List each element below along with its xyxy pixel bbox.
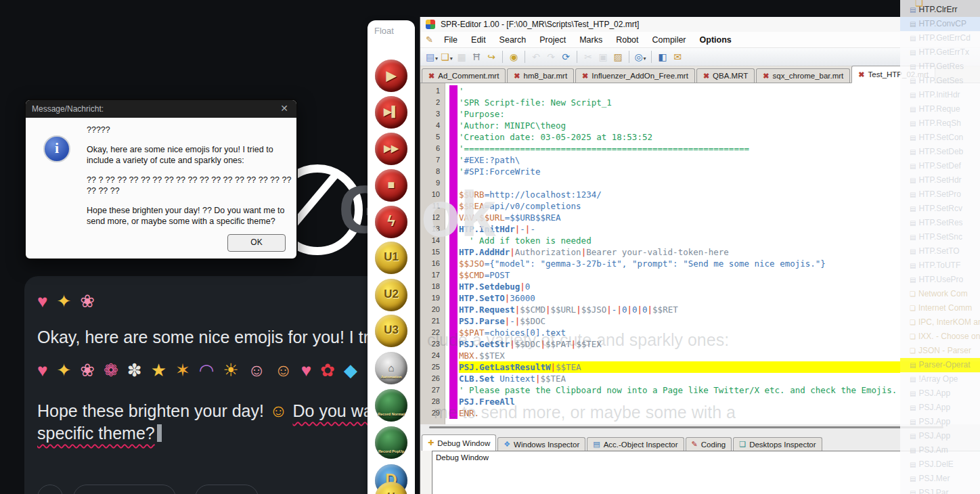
menu-search[interactable]: Search xyxy=(493,34,533,46)
command-item[interactable]: ❏Network Com xyxy=(900,287,980,301)
command-item[interactable]: ▤HTP.SetDef xyxy=(900,159,980,173)
run-button[interactable]: ▶ xyxy=(375,60,407,92)
command-item[interactable]: ▤HTP.Reque xyxy=(900,102,980,116)
command-item[interactable]: ▤HTP.SetRes xyxy=(900,216,980,230)
tab-label: hm8_bar.mrt xyxy=(524,72,568,80)
open-file-icon[interactable]: ❏▾ xyxy=(439,51,454,62)
command-item[interactable]: ▤HTP.SetRcv xyxy=(900,202,980,216)
command-item[interactable]: ▤HTP.ToUTF xyxy=(900,259,980,273)
command-item[interactable]: ❏JSON - Parser xyxy=(900,344,980,358)
command-item[interactable]: ▤HTP.SetCon xyxy=(900,131,980,145)
editor-title-bar[interactable]: SPR-Editor 1.00 - [F:\00_MR\Scripts\Test… xyxy=(420,17,980,32)
command-item[interactable]: ▤HTP.GetErrTx xyxy=(900,45,980,60)
tab-hm8_bar.mrt[interactable]: ✖hm8_bar.mrt xyxy=(507,68,574,83)
command-item[interactable]: ▤HTP.ConvCP xyxy=(900,17,980,31)
float-toolbar: Float ▶▶▌▶▶■ϟU1U2U3⌂AutomationRecord Nor… xyxy=(368,20,415,494)
menu-options[interactable]: Options xyxy=(693,34,738,46)
menu-file[interactable]: File xyxy=(437,34,464,46)
splitter-handle[interactable] xyxy=(429,426,943,428)
refresh-icon[interactable]: ⟳ xyxy=(558,51,573,62)
chat-suggestion-pill-2[interactable] xyxy=(195,485,259,494)
close-tab-icon[interactable]: ✖ xyxy=(582,72,588,81)
tab-Ad_Comment.mrt[interactable]: ✖Ad_Comment.mrt xyxy=(422,68,506,83)
fit-icon[interactable]: Ħ xyxy=(469,51,484,62)
user1-button[interactable]: U1 xyxy=(375,242,407,274)
command-item[interactable]: ▤PSJ.Am xyxy=(900,443,980,457)
chat-action-circle-button[interactable] xyxy=(37,485,63,494)
fire-button[interactable]: ϟ xyxy=(375,206,407,238)
command-item[interactable]: ▤HTP.UsePro xyxy=(900,273,980,287)
exit-icon[interactable]: ◧ xyxy=(655,51,670,62)
tab-Influenzer_AddOn_Free.mrt[interactable]: ✖Influenzer_AddOn_Free.mrt xyxy=(575,68,695,83)
command-item[interactable]: ▤HTP.SetTO xyxy=(900,244,980,259)
menu-compiler[interactable]: Compiler xyxy=(646,34,693,46)
tab-QBA.MRT[interactable]: ✖QBA.MRT xyxy=(696,68,755,83)
chevron-down-icon[interactable]: ▾ xyxy=(644,55,646,62)
search-icon[interactable]: ◎▾ xyxy=(633,51,648,62)
close-tab-icon[interactable]: ✖ xyxy=(428,72,435,81)
panel-splitter[interactable] xyxy=(420,424,980,434)
compile-icon[interactable]: ◉ xyxy=(506,51,521,62)
bottom-tab-desktops-inspector[interactable]: ❑Desktops Inspector xyxy=(733,437,822,451)
change-marker-bar xyxy=(449,85,458,419)
command-item[interactable]: ▤HTP.SetHdr xyxy=(900,173,980,187)
run-to-end-button[interactable]: ▶▌ xyxy=(375,96,407,129)
line-number: 3 xyxy=(436,108,440,120)
line-number: 7 xyxy=(436,154,440,166)
bottom-tab-windows-inspector[interactable]: ❖Windows Inspector xyxy=(497,437,585,451)
command-item[interactable]: ▤PSJ.Mer xyxy=(900,472,980,486)
new-file-icon[interactable]: ▤▾ xyxy=(424,51,439,62)
record-popup-button[interactable]: Record PopUp xyxy=(375,426,407,459)
command-item[interactable]: ▤Parser-Operat xyxy=(900,358,980,372)
command-item[interactable]: ▤HTP.ReqSh xyxy=(900,116,980,131)
menu-project[interactable]: Project xyxy=(533,34,573,46)
command-item[interactable]: ▤HTP.SetSnc xyxy=(900,230,980,244)
chevron-down-icon[interactable]: ▾ xyxy=(450,55,453,62)
jump-icon[interactable]: ↪ xyxy=(484,51,499,62)
fast-forward-button[interactable]: ▶▶ xyxy=(375,133,407,165)
command-item[interactable]: ❏Internet Comm xyxy=(900,301,980,315)
command-item[interactable]: ▤HTP.GetErrCd xyxy=(900,31,980,45)
close-tab-icon[interactable]: ✖ xyxy=(514,72,520,81)
command-item[interactable]: ▤PSJ.App xyxy=(900,429,980,443)
command-item[interactable]: ❏IPC, InterKOM an xyxy=(900,315,980,330)
command-item[interactable]: ▤PSJ.App xyxy=(900,386,980,401)
command-item[interactable]: ▤PSJ.Par xyxy=(900,486,980,494)
menu-marks[interactable]: Marks xyxy=(573,34,609,46)
menu-edit[interactable]: Edit xyxy=(464,34,493,46)
record-normal-button[interactable]: Record Normal xyxy=(375,389,407,422)
tab-sqx_chrome_bar.mrt[interactable]: ✖sqx_chrome_bar.mrt xyxy=(756,68,850,83)
command-item-label: HTP.SetCon xyxy=(918,133,963,142)
code-editor[interactable]: 1234567891011121314151617181920212223242… xyxy=(420,83,980,424)
close-tab-icon[interactable]: ✖ xyxy=(763,72,769,81)
command-item[interactable]: ▤HTP.SetPro xyxy=(900,187,980,202)
automation-button[interactable]: ⌂Automation xyxy=(375,352,407,384)
command-item[interactable]: ▤HTP.ClrErr xyxy=(900,3,980,17)
menu-robot[interactable]: Robot xyxy=(609,34,645,46)
close-icon[interactable]: ✕ xyxy=(277,103,291,114)
close-tab-icon[interactable]: ✖ xyxy=(703,72,709,81)
debug-output-panel[interactable]: Debug Window xyxy=(432,451,980,494)
paste-icon[interactable]: ▨ xyxy=(610,51,625,62)
command-item[interactable]: ▤PSJ.App xyxy=(900,415,980,429)
user3-button[interactable]: U3 xyxy=(375,315,407,347)
chat-suggestion-pill-1[interactable] xyxy=(73,485,176,494)
command-item[interactable]: ▤HTP.SetDeb xyxy=(900,145,980,159)
command-item[interactable]: ▤HTP.GetSes xyxy=(900,74,980,88)
mail-icon[interactable]: ✉ xyxy=(670,51,685,62)
command-item[interactable]: ▤PSJ.App xyxy=(900,401,980,415)
command-item[interactable]: ▤PSJ.DelE xyxy=(900,457,980,472)
command-item[interactable]: ▤HTP.InitHdr xyxy=(900,88,980,102)
chevron-down-icon[interactable]: ▾ xyxy=(435,55,438,62)
command-item[interactable]: ❏IXX. - Choose on xyxy=(900,330,980,344)
command-item[interactable]: ▤!Array Ope xyxy=(900,372,980,386)
command-item[interactable]: ▤HTP.GetRes xyxy=(900,60,980,74)
bottom-tab-debug-window[interactable]: ✚Debug Window xyxy=(422,434,496,451)
bottom-tab-acc-object-inspector[interactable]: ▤Acc.-Object Inspector xyxy=(587,437,684,451)
ok-button[interactable]: OK xyxy=(227,234,286,252)
stop-button[interactable]: ■ xyxy=(375,169,407,202)
code-token: $$CMD xyxy=(459,270,485,280)
close-tab-icon[interactable]: ✖ xyxy=(858,70,864,79)
bottom-tab-coding[interactable]: ✎Coding xyxy=(686,437,732,451)
user2-button[interactable]: U2 xyxy=(375,279,407,311)
